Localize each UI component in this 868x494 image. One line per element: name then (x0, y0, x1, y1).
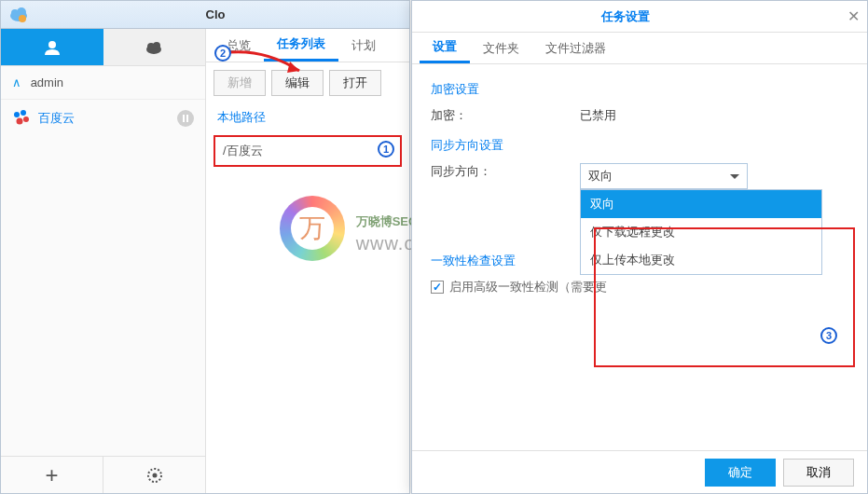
toolbar: 新增 编辑 打开 (206, 62, 409, 103)
option-download-only[interactable]: 仅下载远程更改 (581, 218, 821, 246)
svg-point-13 (152, 473, 157, 477)
baiduyun-icon (12, 109, 31, 128)
tab-folder[interactable]: 文件夹 (470, 33, 532, 63)
sidebar-footer: + (1, 456, 205, 493)
sync-direction-heading: 同步方向设置 (431, 137, 848, 154)
svg-point-9 (21, 110, 26, 116)
main-tabs: 总览 任务列表 计划 (206, 29, 409, 62)
sidebar-tabs (1, 29, 205, 66)
tab-schedule[interactable]: 计划 (338, 29, 389, 62)
cancel-button[interactable]: 取消 (783, 459, 854, 487)
sidebar: ∧ admin 百度云 + (1, 29, 206, 493)
svg-point-11 (23, 117, 29, 122)
local-path-heading: 本地路径 (206, 103, 409, 131)
window-titlebar: Clo (1, 1, 409, 29)
option-bidirectional[interactable]: 双向 (581, 190, 821, 218)
sync-direction-select[interactable]: 双向 (580, 163, 748, 189)
sync-direction-selected: 双向 (588, 169, 613, 183)
annotation-badge-3: 3 (820, 327, 837, 344)
sidebar-item-label: 百度云 (38, 110, 75, 127)
encrypt-label: 加密： (431, 107, 580, 124)
open-task-button[interactable]: 打开 (329, 70, 381, 96)
cloud-app-icon (8, 7, 29, 23)
task-settings-dialog: 任务设置 ✕ 设置 文件夹 文件过滤器 加密设置 加密： 已禁用 同步方向设置 … (411, 0, 868, 494)
checkbox-icon[interactable]: ✓ (431, 281, 444, 294)
annotation-badge-1: 1 (378, 141, 394, 158)
window-title: Clo (29, 7, 402, 21)
dialog-body: 加密设置 加密： 已禁用 同步方向设置 同步方向： 双向 双向 仅下载远程更改 … (412, 64, 867, 309)
local-path-value: /百度云 (223, 144, 263, 158)
settings-button[interactable] (103, 457, 205, 493)
sidebar-tab-user[interactable] (1, 29, 103, 65)
tab-file-filter[interactable]: 文件过滤器 (532, 33, 619, 63)
svg-point-10 (17, 118, 23, 125)
close-icon[interactable]: ✕ (839, 7, 867, 25)
cloud-sync-window: Clo ∧ admin 百度云 + (0, 0, 410, 494)
sidebar-item-baiduyun[interactable]: 百度云 (1, 100, 205, 137)
svg-point-4 (48, 41, 56, 48)
advanced-check-label: 启用高级一致性检测（需要更 (449, 279, 607, 295)
option-upload-only[interactable]: 仅上传本地更改 (581, 246, 821, 274)
tab-settings[interactable]: 设置 (420, 33, 470, 63)
dialog-titlebar: 任务设置 ✕ (412, 1, 867, 33)
tab-task-list[interactable]: 任务列表 (264, 29, 338, 62)
svg-point-8 (14, 112, 20, 117)
dialog-title: 任务设置 (412, 8, 839, 25)
dialog-footer: 确定 取消 (412, 450, 867, 493)
svg-point-7 (153, 42, 160, 49)
sync-direction-dropdown: 双向 仅下载远程更改 仅上传本地更改 (580, 189, 822, 275)
local-path-row[interactable]: /百度云 1 (214, 135, 402, 167)
sidebar-tab-cloud[interactable] (103, 29, 206, 65)
sync-direction-label: 同步方向： (431, 163, 580, 189)
chevron-up-icon: ∧ (12, 75, 21, 89)
ok-button[interactable]: 确定 (705, 459, 776, 487)
svg-point-3 (19, 15, 26, 22)
annotation-badge-2: 2 (214, 45, 231, 62)
encrypt-section-heading: 加密设置 (431, 81, 848, 98)
add-button[interactable]: + (1, 457, 103, 493)
sidebar-user-row[interactable]: ∧ admin (1, 66, 205, 100)
sidebar-user-label: admin (31, 75, 63, 89)
main-pane: 总览 任务列表 计划 新增 编辑 打开 本地路径 /百度云 1 (206, 29, 409, 493)
edit-task-button[interactable]: 编辑 (271, 70, 324, 96)
add-task-button[interactable]: 新增 (214, 70, 266, 96)
advanced-check-row[interactable]: ✓ 启用高级一致性检测（需要更 (431, 279, 848, 295)
pause-icon[interactable] (177, 110, 194, 127)
encrypt-value: 已禁用 (580, 107, 616, 124)
dialog-tabs: 设置 文件夹 文件过滤器 (412, 33, 867, 64)
